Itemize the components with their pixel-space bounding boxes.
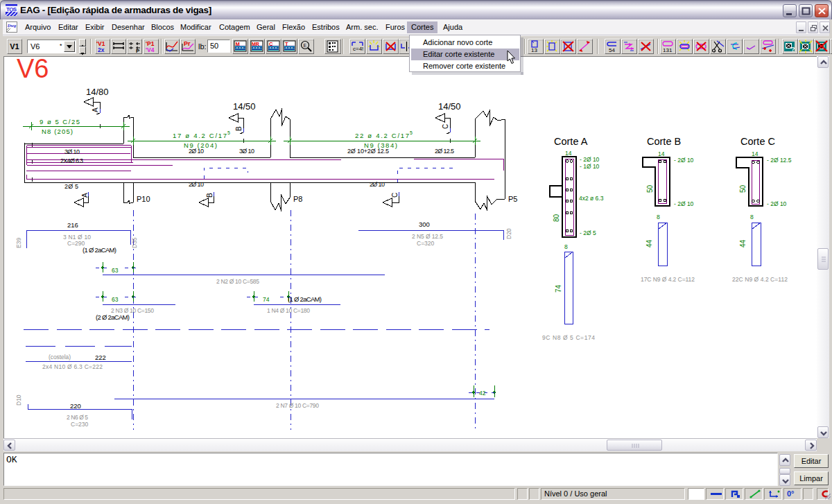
svg-text:8: 8 [750, 214, 754, 220]
svg-text:- 2Ø 5: - 2Ø 5 [580, 229, 596, 236]
svg-text:220: 220 [70, 402, 81, 410]
svg-text:14: 14 [658, 150, 665, 157]
svg-text:5: 5 [227, 130, 230, 135]
svg-text:2x4 N10 Ø 6.3 C=222: 2x4 N10 Ø 6.3 C=222 [42, 363, 103, 370]
svg-text:Dwg: Dwg [7, 23, 17, 28]
svg-text:Corte C: Corte C [740, 136, 775, 147]
svg-text:C=320: C=320 [417, 240, 435, 247]
svg-text:(1 Ø 2aCAM): (1 Ø 2aCAM) [288, 295, 322, 303]
svg-text:Corte B: Corte B [647, 136, 681, 147]
svg-text:TQS: TQS [6, 6, 17, 12]
svg-text:E39: E39 [15, 238, 22, 248]
svg-text:5: 5 [410, 130, 413, 135]
svg-text:?: ? [791, 46, 795, 53]
svg-text:c=4!: c=4! [353, 46, 363, 52]
svg-text:2Ø 10: 2Ø 10 [189, 181, 204, 188]
svg-text:A: A [81, 193, 89, 198]
svg-text:80: 80 [553, 214, 560, 222]
svg-text:C: C [391, 193, 399, 198]
svg-text:3Ø 10: 3Ø 10 [64, 148, 80, 155]
svg-text:14/50: 14/50 [233, 101, 256, 112]
svg-text:A: A [92, 107, 99, 112]
svg-text:50: 50 [646, 184, 654, 193]
svg-text:42: 42 [479, 390, 486, 397]
svg-text:63: 63 [112, 267, 119, 274]
svg-text:MR: MR [252, 42, 259, 46]
svg-text:8: 8 [564, 243, 568, 250]
svg-text:54: 54 [609, 47, 615, 53]
svg-text:2 N7 Ø 10 C=790: 2 N7 Ø 10 C=790 [276, 402, 319, 409]
svg-text:3Ø 10: 3Ø 10 [239, 148, 254, 155]
svg-text:63: 63 [112, 296, 119, 303]
svg-text:Pr: Pr [184, 40, 191, 47]
svg-text:2Ø 10: 2Ø 10 [189, 148, 204, 155]
svg-text:C=230: C=230 [71, 421, 89, 428]
svg-text:13: 13 [531, 47, 537, 53]
svg-text:D20: D20 [505, 228, 512, 239]
svg-text:8: 8 [657, 214, 660, 220]
svg-text:2Ø 10: 2Ø 10 [370, 181, 385, 188]
svg-text:17C N9 Ø 4.2 C=112: 17C N9 Ø 4.2 C=112 [641, 276, 695, 283]
svg-text:B: B [206, 193, 214, 198]
svg-text:2 N2 Ø 10 C=585: 2 N2 Ø 10 C=585 [216, 278, 259, 285]
svg-text:C=290: C=290 [67, 240, 85, 247]
svg-text:2 N5 Ø 12.5: 2 N5 Ø 12.5 [412, 233, 443, 240]
svg-text:- 2Ø 10: - 2Ø 10 [767, 200, 787, 207]
svg-text:2 N6 Ø 5: 2 N6 Ø 5 [67, 414, 88, 421]
svg-text:222: 222 [95, 354, 106, 361]
svg-text:- 2Ø 10: - 2Ø 10 [674, 200, 694, 207]
svg-text:Corte A: Corte A [554, 136, 588, 147]
svg-text:N8 (205): N8 (205) [42, 128, 73, 135]
svg-text:14/80: 14/80 [86, 87, 109, 97]
svg-text:- 2Ø 10: - 2Ø 10 [580, 156, 600, 163]
svg-text:- 2Ø 10: - 2Ø 10 [674, 157, 694, 164]
svg-text:P: P [136, 48, 140, 53]
svg-text:300: 300 [419, 220, 430, 228]
svg-text:50: 50 [739, 184, 747, 193]
svg-text:(costela): (costela) [49, 354, 71, 360]
svg-text:V6: V6 [17, 57, 49, 83]
svg-text:2x: 2x [98, 46, 105, 53]
svg-text:(2 Ø 2aCAM): (2 Ø 2aCAM) [96, 313, 130, 321]
svg-text:D10: D10 [15, 394, 22, 406]
svg-text:P8: P8 [293, 195, 302, 203]
svg-text:- 2Ø 12.5: - 2Ø 12.5 [767, 157, 792, 164]
svg-text:E: E [304, 43, 307, 48]
svg-text:17 ø 4.2 C/17: 17 ø 4.2 C/17 [173, 132, 227, 139]
svg-text:44: 44 [739, 239, 747, 247]
svg-text:P5: P5 [508, 195, 517, 203]
svg-text:- 1Ø 10: - 1Ø 10 [580, 163, 600, 170]
svg-text:14/50: 14/50 [438, 101, 461, 112]
svg-text:216: 216 [67, 221, 78, 229]
svg-text:2Ø 5: 2Ø 5 [64, 183, 78, 190]
svg-text:(1 Ø 2aCAM): (1 Ø 2aCAM) [83, 246, 116, 254]
svg-text:B: B [235, 126, 243, 131]
svg-text:1 N4 Ø 10 C=180: 1 N4 Ø 10 C=180 [267, 307, 310, 314]
svg-text:44: 44 [645, 239, 653, 247]
svg-text:C: C [442, 124, 449, 129]
svg-text:22 ø 4.2 C/17: 22 ø 4.2 C/17 [355, 132, 409, 139]
svg-text:9 ø 5 C/25: 9 ø 5 C/25 [40, 118, 80, 125]
svg-text:P10: P10 [137, 195, 150, 203]
svg-text:4x2 ø 6.3: 4x2 ø 6.3 [579, 195, 604, 202]
svg-text:14: 14 [565, 150, 572, 157]
svg-text:2X4Ø 6.3: 2X4Ø 6.3 [60, 157, 83, 164]
svg-text:9C N8 Ø 5 C=174: 9C N8 Ø 5 C=174 [542, 334, 595, 341]
svg-text:22C N9 Ø 4.2 C=112: 22C N9 Ø 4.2 C=112 [732, 276, 788, 283]
svg-text:2Ø 12.5: 2Ø 12.5 [435, 148, 454, 155]
svg-text:14: 14 [752, 150, 759, 157]
svg-text:2Ø 10+2Ø 12.5: 2Ø 10+2Ø 12.5 [347, 148, 389, 155]
svg-text:74: 74 [263, 296, 270, 303]
svg-text:'V4: 'V4 [146, 46, 155, 53]
svg-text:131: 131 [663, 47, 673, 53]
svg-text:74: 74 [555, 284, 562, 293]
svg-text:2 N3 Ø 10 C=150: 2 N3 Ø 10 C=150 [111, 307, 154, 314]
svg-text:D35: D35 [131, 237, 138, 248]
